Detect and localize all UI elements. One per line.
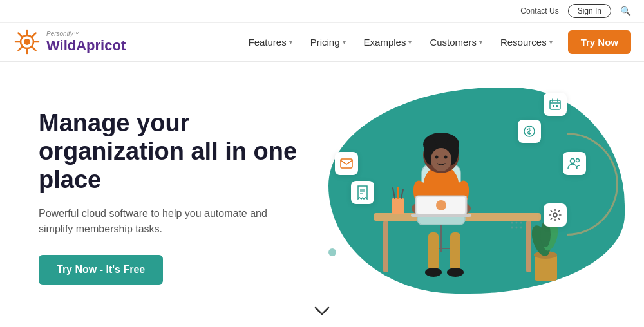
svg-rect-15 <box>556 105 558 107</box>
main-navbar: Personify™ WildApricot Features ▾ Pricin… <box>0 23 644 62</box>
logo-text: Personify™ WildApricot <box>46 30 126 54</box>
hero-cta-button[interactable]: Try Now - It's Free <box>39 255 163 285</box>
calendar-float-icon <box>544 93 567 116</box>
nav-customers-label: Customers <box>430 37 477 48</box>
svg-line-7 <box>32 33 36 37</box>
svg-point-19 <box>576 159 580 162</box>
nav-features-label: Features <box>248 37 286 48</box>
svg-point-18 <box>571 159 575 164</box>
svg-rect-26 <box>526 221 531 272</box>
svg-point-23 <box>553 213 557 217</box>
receipt-float-icon <box>351 181 374 204</box>
svg-rect-25 <box>383 221 388 272</box>
sign-in-button[interactable]: Sign In <box>568 4 611 18</box>
svg-point-62 <box>520 222 522 224</box>
search-icon: 🔍 <box>620 6 631 16</box>
hero-title: Manage your organization all in one plac… <box>39 109 309 194</box>
hero-text: Manage your organization all in one plac… <box>39 109 309 284</box>
nav-pricing[interactable]: Pricing ▾ <box>303 32 354 53</box>
resources-chevron-icon: ▾ <box>549 39 553 46</box>
svg-rect-48 <box>450 232 460 271</box>
svg-rect-51 <box>392 198 404 214</box>
svg-point-65 <box>520 227 522 229</box>
svg-point-45 <box>436 200 446 210</box>
pricing-chevron-icon: ▾ <box>343 39 346 46</box>
svg-point-63 <box>511 227 513 229</box>
svg-point-9 <box>24 39 30 45</box>
svg-line-54 <box>401 189 403 198</box>
logo-name-text: WildApricot <box>46 37 126 54</box>
svg-line-6 <box>32 47 36 51</box>
nav-features[interactable]: Features ▾ <box>240 32 299 53</box>
email-float-icon <box>335 152 358 175</box>
gear-float-icon <box>544 203 567 227</box>
svg-rect-14 <box>553 105 554 107</box>
features-chevron-icon: ▾ <box>289 39 292 46</box>
hero-illustration <box>309 81 605 313</box>
svg-point-37 <box>435 156 439 159</box>
scroll-down-chevron[interactable] <box>314 303 330 319</box>
svg-point-61 <box>516 222 518 224</box>
contact-us-link[interactable]: Contact Us <box>520 6 558 15</box>
nav-resources-label: Resources <box>500 37 547 48</box>
money-float-icon <box>518 120 541 143</box>
svg-point-64 <box>516 227 518 229</box>
hero-section: Manage your organization all in one plac… <box>0 62 644 326</box>
nav-examples-label: Examples <box>364 37 406 48</box>
svg-point-36 <box>431 148 451 171</box>
svg-rect-46 <box>411 214 471 217</box>
utility-bar: Contact Us Sign In 🔍 <box>0 0 644 23</box>
nav-resources[interactable]: Resources ▾ <box>493 32 560 53</box>
svg-point-38 <box>444 156 448 159</box>
svg-rect-10 <box>550 100 560 109</box>
svg-rect-55 <box>535 255 557 281</box>
search-icon-button[interactable]: 🔍 <box>620 6 631 16</box>
svg-rect-47 <box>428 232 439 271</box>
logo-icon <box>13 28 41 56</box>
nav-links: Features ▾ Pricing ▾ Examples ▾ Customer… <box>240 30 631 54</box>
svg-line-52 <box>393 188 395 198</box>
svg-line-5 <box>19 33 23 37</box>
hero-subtitle: Powerful cloud software to help you auto… <box>39 206 270 237</box>
logo-personify-text: Personify™ <box>46 30 126 37</box>
nav-customers[interactable]: Customers ▾ <box>422 32 490 53</box>
nav-examples[interactable]: Examples ▾ <box>356 32 420 53</box>
svg-rect-17 <box>341 159 352 168</box>
svg-line-8 <box>19 47 23 51</box>
nav-try-now-button[interactable]: Try Now <box>568 30 631 54</box>
customers-chevron-icon: ▾ <box>479 39 482 46</box>
svg-point-49 <box>425 268 442 277</box>
svg-point-60 <box>511 222 513 224</box>
examples-chevron-icon: ▾ <box>408 39 412 46</box>
svg-point-50 <box>447 268 464 277</box>
logo-area: Personify™ WildApricot <box>13 28 126 56</box>
nav-pricing-label: Pricing <box>310 37 340 48</box>
people-float-icon <box>563 152 586 175</box>
